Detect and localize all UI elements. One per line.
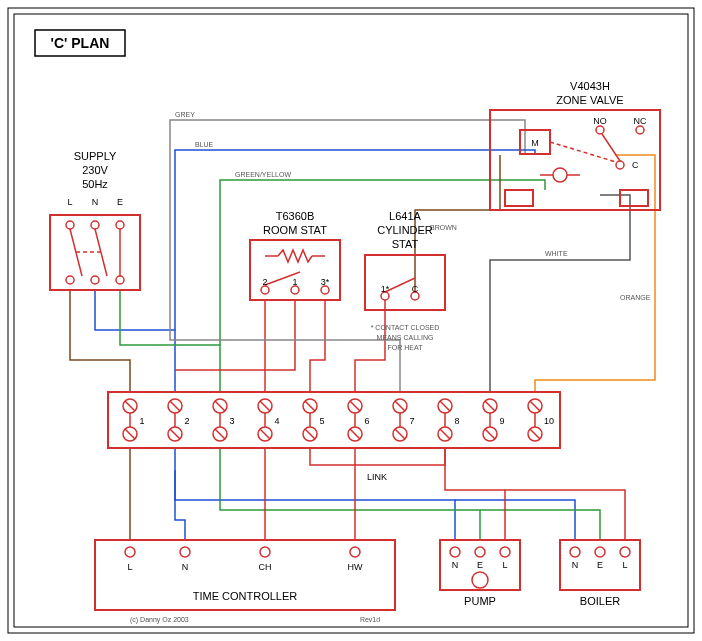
wire-label-grey: GREY bbox=[175, 111, 195, 118]
cylinder-stat-block: L641A CYLINDER STAT 1* C * CONTACT CLOSE… bbox=[365, 210, 445, 351]
boiler-block: N E L BOILER bbox=[560, 540, 640, 607]
svg-text:L: L bbox=[127, 562, 132, 572]
svg-text:1: 1 bbox=[292, 277, 297, 287]
svg-point-119 bbox=[450, 547, 460, 557]
svg-text:8: 8 bbox=[454, 416, 459, 426]
svg-point-22 bbox=[321, 286, 329, 294]
svg-text:C: C bbox=[632, 160, 639, 170]
svg-text:NO: NO bbox=[593, 116, 607, 126]
svg-text:NC: NC bbox=[634, 116, 647, 126]
svg-point-127 bbox=[570, 547, 580, 557]
svg-rect-46 bbox=[505, 190, 533, 206]
svg-line-64 bbox=[440, 401, 450, 411]
svg-text:N: N bbox=[572, 560, 579, 570]
svg-point-21 bbox=[291, 286, 299, 294]
svg-line-56 bbox=[260, 401, 270, 411]
svg-line-41 bbox=[602, 134, 620, 161]
svg-text:5: 5 bbox=[319, 416, 324, 426]
svg-line-68 bbox=[530, 401, 540, 411]
svg-line-70 bbox=[125, 429, 135, 439]
svg-point-123 bbox=[500, 547, 510, 557]
svg-text:N: N bbox=[182, 562, 189, 572]
svg-point-10 bbox=[91, 276, 99, 284]
svg-text:7: 7 bbox=[409, 416, 414, 426]
svg-point-7 bbox=[91, 221, 99, 229]
footer-rev: Rev1d bbox=[360, 616, 380, 623]
svg-point-11 bbox=[116, 276, 124, 284]
svg-point-114 bbox=[260, 547, 270, 557]
svg-text:N: N bbox=[92, 197, 99, 207]
wire-label-green: GREEN/YELLOW bbox=[235, 171, 291, 178]
svg-line-62 bbox=[395, 401, 405, 411]
svg-text:2: 2 bbox=[184, 416, 189, 426]
room-stat-block: T6360B ROOM STAT 2 1 3* bbox=[250, 210, 340, 300]
svg-point-121 bbox=[475, 547, 485, 557]
svg-text:CH: CH bbox=[259, 562, 272, 572]
supply-block: SUPPLY 230V 50Hz L N E bbox=[50, 150, 140, 290]
svg-point-35 bbox=[596, 126, 604, 134]
svg-text:1: 1 bbox=[139, 416, 144, 426]
svg-point-6 bbox=[66, 221, 74, 229]
supply-label-2: 230V bbox=[82, 164, 108, 176]
svg-line-54 bbox=[215, 401, 225, 411]
svg-text:10: 10 bbox=[544, 416, 554, 426]
svg-text:E: E bbox=[477, 560, 483, 570]
svg-rect-47 bbox=[620, 190, 648, 206]
zone-valve-block: V4043H ZONE VALVE M NO NC C bbox=[490, 80, 660, 210]
svg-line-76 bbox=[260, 429, 270, 439]
svg-point-125 bbox=[472, 572, 488, 588]
svg-text:1*: 1* bbox=[381, 284, 390, 294]
cyl-stat-note-1: * CONTACT CLOSED bbox=[371, 324, 440, 331]
supply-label-3: 50Hz bbox=[82, 178, 108, 190]
svg-text:E: E bbox=[117, 197, 123, 207]
svg-point-131 bbox=[620, 547, 630, 557]
svg-text:L: L bbox=[622, 560, 627, 570]
time-controller-label: TIME CONTROLLER bbox=[193, 590, 298, 602]
svg-text:C: C bbox=[412, 284, 419, 294]
svg-text:2: 2 bbox=[262, 277, 267, 287]
room-stat-label-2: ROOM STAT bbox=[263, 224, 327, 236]
svg-line-82 bbox=[395, 429, 405, 439]
svg-point-112 bbox=[180, 547, 190, 557]
pump-block: N E L PUMP bbox=[440, 540, 520, 607]
svg-point-39 bbox=[616, 161, 624, 169]
svg-text:N: N bbox=[452, 560, 459, 570]
svg-line-86 bbox=[485, 429, 495, 439]
cyl-stat-label-2: CYLINDER bbox=[377, 224, 433, 236]
junction-link-label: LINK bbox=[367, 472, 387, 482]
svg-text:M: M bbox=[531, 138, 539, 148]
svg-text:E: E bbox=[597, 560, 603, 570]
svg-point-8 bbox=[116, 221, 124, 229]
junction-box: 1 2 3 4 5 6 7 8 9 10 bbox=[108, 392, 560, 448]
svg-point-9 bbox=[66, 276, 74, 284]
svg-line-74 bbox=[215, 429, 225, 439]
svg-text:9: 9 bbox=[499, 416, 504, 426]
svg-text:L: L bbox=[502, 560, 507, 570]
svg-line-72 bbox=[170, 429, 180, 439]
diagram-title: 'C' PLAN bbox=[51, 35, 110, 51]
svg-line-50 bbox=[125, 401, 135, 411]
svg-line-80 bbox=[350, 429, 360, 439]
wire-label-blue: BLUE bbox=[195, 141, 214, 148]
svg-line-27 bbox=[385, 278, 415, 292]
svg-point-43 bbox=[553, 168, 567, 182]
wire-label-orange: ORANGE bbox=[620, 294, 651, 301]
svg-point-20 bbox=[261, 286, 269, 294]
svg-point-116 bbox=[350, 547, 360, 557]
room-stat-label-1: T6360B bbox=[276, 210, 315, 222]
cyl-stat-label-3: STAT bbox=[392, 238, 419, 250]
svg-text:6: 6 bbox=[364, 416, 369, 426]
svg-line-58 bbox=[305, 401, 315, 411]
wire-label-brown: BROWN bbox=[430, 224, 457, 231]
svg-text:HW: HW bbox=[348, 562, 363, 572]
svg-text:4: 4 bbox=[274, 416, 279, 426]
svg-line-42 bbox=[550, 142, 616, 162]
cyl-stat-label-1: L641A bbox=[389, 210, 421, 222]
supply-label-1: SUPPLY bbox=[74, 150, 117, 162]
svg-point-110 bbox=[125, 547, 135, 557]
wire-label-white: WHITE bbox=[545, 250, 568, 257]
svg-line-52 bbox=[170, 401, 180, 411]
svg-line-66 bbox=[485, 401, 495, 411]
svg-line-88 bbox=[530, 429, 540, 439]
svg-line-60 bbox=[350, 401, 360, 411]
